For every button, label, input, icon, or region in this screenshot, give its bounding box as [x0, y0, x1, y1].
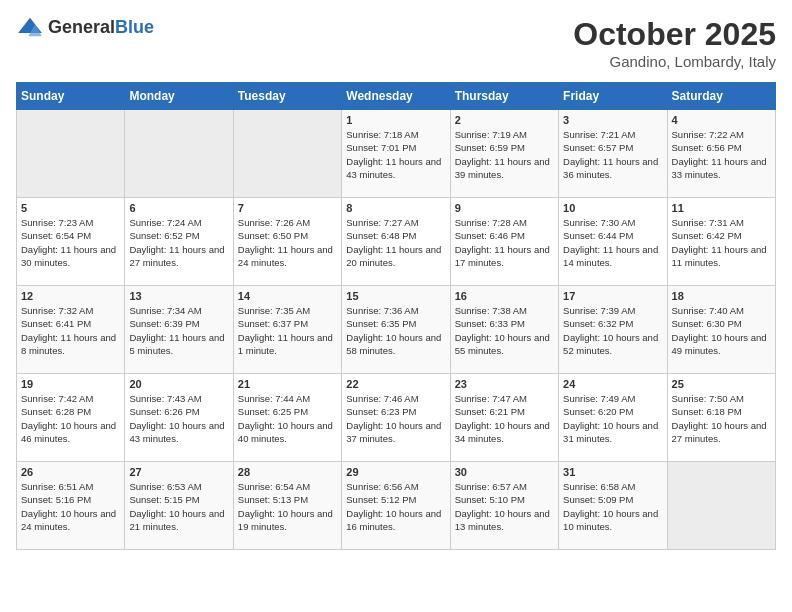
calendar-cell — [17, 110, 125, 198]
cell-info: Sunrise: 6:56 AMSunset: 5:12 PMDaylight:… — [346, 480, 445, 533]
day-number: 1 — [346, 114, 445, 126]
calendar-cell: 25Sunrise: 7:50 AMSunset: 6:18 PMDayligh… — [667, 374, 775, 462]
cell-info: Sunrise: 7:40 AMSunset: 6:30 PMDaylight:… — [672, 304, 771, 357]
calendar-cell: 23Sunrise: 7:47 AMSunset: 6:21 PMDayligh… — [450, 374, 558, 462]
calendar-cell: 30Sunrise: 6:57 AMSunset: 5:10 PMDayligh… — [450, 462, 558, 550]
day-number: 8 — [346, 202, 445, 214]
cell-info: Sunrise: 7:32 AMSunset: 6:41 PMDaylight:… — [21, 304, 120, 357]
calendar-cell: 20Sunrise: 7:43 AMSunset: 6:26 PMDayligh… — [125, 374, 233, 462]
calendar-cell: 10Sunrise: 7:30 AMSunset: 6:44 PMDayligh… — [559, 198, 667, 286]
day-number: 13 — [129, 290, 228, 302]
day-number: 20 — [129, 378, 228, 390]
cell-info: Sunrise: 7:50 AMSunset: 6:18 PMDaylight:… — [672, 392, 771, 445]
day-number: 15 — [346, 290, 445, 302]
calendar-week-row: 1Sunrise: 7:18 AMSunset: 7:01 PMDaylight… — [17, 110, 776, 198]
cell-info: Sunrise: 6:53 AMSunset: 5:15 PMDaylight:… — [129, 480, 228, 533]
day-number: 28 — [238, 466, 337, 478]
calendar-cell: 6Sunrise: 7:24 AMSunset: 6:52 PMDaylight… — [125, 198, 233, 286]
day-number: 5 — [21, 202, 120, 214]
cell-info: Sunrise: 6:51 AMSunset: 5:16 PMDaylight:… — [21, 480, 120, 533]
calendar-cell: 24Sunrise: 7:49 AMSunset: 6:20 PMDayligh… — [559, 374, 667, 462]
logo-general: General — [48, 17, 115, 37]
calendar-cell: 1Sunrise: 7:18 AMSunset: 7:01 PMDaylight… — [342, 110, 450, 198]
cell-info: Sunrise: 7:28 AMSunset: 6:46 PMDaylight:… — [455, 216, 554, 269]
day-of-week-header: Thursday — [450, 83, 558, 110]
cell-info: Sunrise: 7:49 AMSunset: 6:20 PMDaylight:… — [563, 392, 662, 445]
calendar-body: 1Sunrise: 7:18 AMSunset: 7:01 PMDaylight… — [17, 110, 776, 550]
title-block: October 2025 Gandino, Lombardy, Italy — [573, 16, 776, 70]
cell-info: Sunrise: 7:30 AMSunset: 6:44 PMDaylight:… — [563, 216, 662, 269]
day-number: 3 — [563, 114, 662, 126]
cell-info: Sunrise: 7:36 AMSunset: 6:35 PMDaylight:… — [346, 304, 445, 357]
cell-info: Sunrise: 7:46 AMSunset: 6:23 PMDaylight:… — [346, 392, 445, 445]
calendar-cell — [125, 110, 233, 198]
day-number: 29 — [346, 466, 445, 478]
calendar-cell: 18Sunrise: 7:40 AMSunset: 6:30 PMDayligh… — [667, 286, 775, 374]
calendar-week-row: 12Sunrise: 7:32 AMSunset: 6:41 PMDayligh… — [17, 286, 776, 374]
day-number: 18 — [672, 290, 771, 302]
calendar-cell: 5Sunrise: 7:23 AMSunset: 6:54 PMDaylight… — [17, 198, 125, 286]
day-number: 24 — [563, 378, 662, 390]
calendar-cell: 9Sunrise: 7:28 AMSunset: 6:46 PMDaylight… — [450, 198, 558, 286]
day-number: 10 — [563, 202, 662, 214]
day-number: 17 — [563, 290, 662, 302]
calendar-cell: 13Sunrise: 7:34 AMSunset: 6:39 PMDayligh… — [125, 286, 233, 374]
day-number: 19 — [21, 378, 120, 390]
page-header: GeneralBlue October 2025 Gandino, Lombar… — [16, 16, 776, 70]
cell-info: Sunrise: 7:22 AMSunset: 6:56 PMDaylight:… — [672, 128, 771, 181]
day-number: 6 — [129, 202, 228, 214]
cell-info: Sunrise: 7:18 AMSunset: 7:01 PMDaylight:… — [346, 128, 445, 181]
calendar-cell: 8Sunrise: 7:27 AMSunset: 6:48 PMDaylight… — [342, 198, 450, 286]
calendar-cell — [233, 110, 341, 198]
calendar-cell: 11Sunrise: 7:31 AMSunset: 6:42 PMDayligh… — [667, 198, 775, 286]
calendar-cell: 7Sunrise: 7:26 AMSunset: 6:50 PMDaylight… — [233, 198, 341, 286]
day-of-week-header: Friday — [559, 83, 667, 110]
calendar-table: SundayMondayTuesdayWednesdayThursdayFrid… — [16, 82, 776, 550]
cell-info: Sunrise: 7:31 AMSunset: 6:42 PMDaylight:… — [672, 216, 771, 269]
calendar-cell: 22Sunrise: 7:46 AMSunset: 6:23 PMDayligh… — [342, 374, 450, 462]
day-number: 9 — [455, 202, 554, 214]
calendar-cell: 12Sunrise: 7:32 AMSunset: 6:41 PMDayligh… — [17, 286, 125, 374]
calendar-cell: 2Sunrise: 7:19 AMSunset: 6:59 PMDaylight… — [450, 110, 558, 198]
logo: GeneralBlue — [16, 16, 154, 38]
day-of-week-header: Saturday — [667, 83, 775, 110]
day-number: 21 — [238, 378, 337, 390]
cell-info: Sunrise: 7:27 AMSunset: 6:48 PMDaylight:… — [346, 216, 445, 269]
calendar-cell: 16Sunrise: 7:38 AMSunset: 6:33 PMDayligh… — [450, 286, 558, 374]
calendar-cell: 27Sunrise: 6:53 AMSunset: 5:15 PMDayligh… — [125, 462, 233, 550]
cell-info: Sunrise: 7:35 AMSunset: 6:37 PMDaylight:… — [238, 304, 337, 357]
cell-info: Sunrise: 7:39 AMSunset: 6:32 PMDaylight:… — [563, 304, 662, 357]
calendar-cell — [667, 462, 775, 550]
calendar-header-row: SundayMondayTuesdayWednesdayThursdayFrid… — [17, 83, 776, 110]
calendar-cell: 17Sunrise: 7:39 AMSunset: 6:32 PMDayligh… — [559, 286, 667, 374]
cell-info: Sunrise: 7:23 AMSunset: 6:54 PMDaylight:… — [21, 216, 120, 269]
calendar-week-row: 5Sunrise: 7:23 AMSunset: 6:54 PMDaylight… — [17, 198, 776, 286]
cell-info: Sunrise: 7:38 AMSunset: 6:33 PMDaylight:… — [455, 304, 554, 357]
calendar-cell: 26Sunrise: 6:51 AMSunset: 5:16 PMDayligh… — [17, 462, 125, 550]
day-of-week-header: Tuesday — [233, 83, 341, 110]
day-number: 30 — [455, 466, 554, 478]
day-number: 26 — [21, 466, 120, 478]
logo-blue: Blue — [115, 17, 154, 37]
calendar-cell: 29Sunrise: 6:56 AMSunset: 5:12 PMDayligh… — [342, 462, 450, 550]
cell-info: Sunrise: 7:24 AMSunset: 6:52 PMDaylight:… — [129, 216, 228, 269]
calendar-cell: 4Sunrise: 7:22 AMSunset: 6:56 PMDaylight… — [667, 110, 775, 198]
logo-icon — [16, 16, 44, 38]
calendar-cell: 28Sunrise: 6:54 AMSunset: 5:13 PMDayligh… — [233, 462, 341, 550]
calendar-cell: 19Sunrise: 7:42 AMSunset: 6:28 PMDayligh… — [17, 374, 125, 462]
day-number: 16 — [455, 290, 554, 302]
day-of-week-header: Wednesday — [342, 83, 450, 110]
day-number: 23 — [455, 378, 554, 390]
day-number: 7 — [238, 202, 337, 214]
day-number: 22 — [346, 378, 445, 390]
location-title: Gandino, Lombardy, Italy — [573, 53, 776, 70]
calendar-week-row: 26Sunrise: 6:51 AMSunset: 5:16 PMDayligh… — [17, 462, 776, 550]
month-title: October 2025 — [573, 16, 776, 53]
cell-info: Sunrise: 7:47 AMSunset: 6:21 PMDaylight:… — [455, 392, 554, 445]
calendar-cell: 14Sunrise: 7:35 AMSunset: 6:37 PMDayligh… — [233, 286, 341, 374]
calendar-cell: 31Sunrise: 6:58 AMSunset: 5:09 PMDayligh… — [559, 462, 667, 550]
cell-info: Sunrise: 7:21 AMSunset: 6:57 PMDaylight:… — [563, 128, 662, 181]
day-number: 2 — [455, 114, 554, 126]
day-number: 31 — [563, 466, 662, 478]
cell-info: Sunrise: 6:58 AMSunset: 5:09 PMDaylight:… — [563, 480, 662, 533]
